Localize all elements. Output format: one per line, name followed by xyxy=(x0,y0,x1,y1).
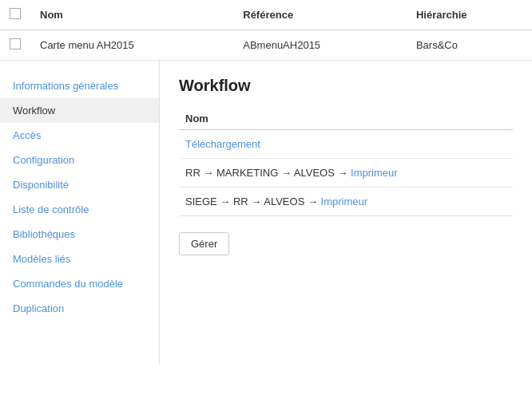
sidebar-item-informations-generales[interactable]: Informations générales xyxy=(0,73,159,98)
sidebar-item-bibliotheques[interactable]: Bibliothèques xyxy=(0,222,159,247)
sidebar-item-modeles-lies[interactable]: Modèles liés xyxy=(0,247,159,271)
row-checkbox[interactable] xyxy=(10,38,21,49)
workflow-cell-flow2: SIEGE → RR → ALVEOS → Imprimeur xyxy=(179,188,513,216)
sidebar-item-disponibilite[interactable]: Disponibilité xyxy=(0,172,159,197)
sidebar-item-commandes-du-modele[interactable]: Commandes du modèle xyxy=(0,271,159,296)
page-title: Workflow xyxy=(179,77,513,95)
header-checkbox-col xyxy=(0,0,30,30)
sidebar-item-workflow[interactable]: Workflow xyxy=(0,98,159,123)
header-checkbox[interactable] xyxy=(10,8,21,19)
table-row: Carte menu AH2015 ABmenuAH2015 Bars&Co xyxy=(0,30,532,61)
sidebar-item-configuration[interactable]: Configuration xyxy=(0,148,159,172)
manage-button[interactable]: Gérer xyxy=(179,232,229,255)
sidebar-item-liste-de-controle[interactable]: Liste de contrôle xyxy=(0,197,159,222)
main-layout: Informations générales Workflow Accès Co… xyxy=(0,61,532,364)
workflow-row-telechargement: Téléchargement xyxy=(179,130,513,159)
workflow-row-flow2: SIEGE → RR → ALVEOS → Imprimeur xyxy=(179,188,513,216)
sidebar-item-acces[interactable]: Accès xyxy=(0,123,159,148)
sidebar: Informations générales Workflow Accès Co… xyxy=(0,61,160,364)
workflow-flow1-link[interactable]: Imprimeur xyxy=(351,167,398,179)
workflow-cell-flow1: RR → MARKETING → ALVEOS → Imprimeur xyxy=(179,159,513,188)
workflow-cell-telechargement[interactable]: Téléchargement xyxy=(179,130,513,159)
content-area: Workflow Nom Téléchargement RR → MARKETI… xyxy=(160,61,532,364)
sidebar-item-duplication[interactable]: Duplication xyxy=(0,296,159,321)
row-nom: Carte menu AH2015 xyxy=(30,30,233,61)
top-table: Nom Référence Hiérarchie Carte menu AH20… xyxy=(0,0,532,61)
header-hierarchie: Hiérarchie xyxy=(407,0,532,30)
row-reference: ABmenuAH2015 xyxy=(233,30,407,61)
header-nom: Nom xyxy=(30,0,233,30)
header-reference: Référence xyxy=(233,0,407,30)
row-hierarchie: Bars&Co xyxy=(407,30,532,61)
workflow-table: Nom Téléchargement RR → MARKETING → ALVE… xyxy=(179,108,513,216)
row-checkbox-cell xyxy=(0,30,30,61)
workflow-row-flow1: RR → MARKETING → ALVEOS → Imprimeur xyxy=(179,159,513,188)
workflow-header-nom: Nom xyxy=(179,108,513,130)
workflow-flow2-link[interactable]: Imprimeur xyxy=(321,196,368,207)
